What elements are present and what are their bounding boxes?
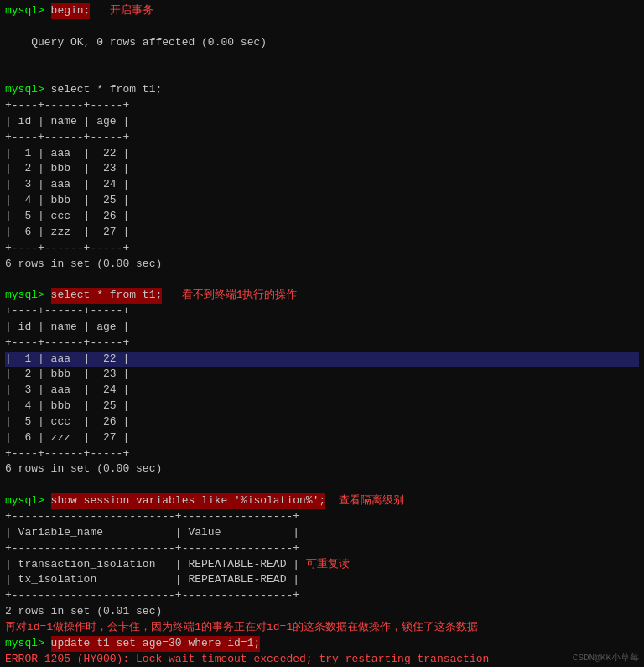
blank-3 — [5, 477, 639, 493]
tb2-row1-highlight: | 1 | aaa | 22 | — [5, 352, 639, 367]
tb2-row5: | 5 | ccc | 26 | — [5, 414, 639, 430]
tb2-rows-count: 6 rows in set (0.00 sec) — [5, 461, 639, 477]
tb1-row4: | 4 | bbb | 25 | — [5, 193, 639, 209]
tb1-rows-count: 6 rows in set (0.00 sec) — [5, 257, 639, 273]
tb1-border1: +----+------+-----+ — [5, 98, 639, 114]
cmd-show-session: show session variables like '%isolation%… — [51, 493, 326, 509]
prompt-3: mysql> — [5, 288, 51, 304]
line-update: mysql> update t1 set age=30 where id=1; — [5, 636, 639, 652]
tb1-row2: | 2 | bbb | 23 | — [5, 161, 639, 177]
prompt-5: mysql> — [5, 636, 51, 652]
watermark: CSDN@KK小草莓 — [573, 651, 639, 664]
tb2-border2: +----+------+-----+ — [5, 336, 639, 352]
tb1-header: | id | name | age | — [5, 114, 639, 130]
cmd-begin: begin; — [51, 3, 91, 19]
tb2-row6: | 6 | zzz | 27 | — [5, 430, 639, 446]
blank-1 — [5, 66, 639, 82]
blank-2 — [5, 272, 639, 288]
tb3-border2: +-------------------------+-------------… — [5, 541, 639, 557]
tb3-row2: | tx_isolation | REPEATABLE-READ | — [5, 572, 639, 588]
tb1-border2: +----+------+-----+ — [5, 130, 639, 146]
terminal-window: mysql> begin; 开启事务 Query OK, 0 rows affe… — [0, 0, 644, 667]
tb2-border3: +----+------+-----+ — [5, 446, 639, 462]
tb2-header: | id | name | age | — [5, 320, 639, 336]
prompt-1: mysql> — [5, 3, 51, 19]
tb3-row1: | transaction_isolation | REPEATABLE-REA… — [5, 557, 639, 573]
line-begin: mysql> begin; 开启事务 — [5, 3, 639, 19]
line-select-1: mysql> select * from t1; — [5, 82, 639, 98]
annotation-select2: 看不到终端1执行的操作 — [182, 288, 298, 304]
prompt-2: mysql> — [5, 82, 51, 98]
error-line: ERROR 1205 (HY000): Lock wait timeout ex… — [5, 652, 639, 667]
annotation-lock-warning: 再对id=1做操作时，会卡住，因为终端1的事务正在对id=1的这条数据在做操作，… — [5, 620, 639, 636]
tb2-row3: | 3 | aaa | 24 | — [5, 383, 639, 399]
tb1-row6: | 6 | zzz | 27 | — [5, 225, 639, 241]
tb3-border3: +-------------------------+-------------… — [5, 588, 639, 604]
tb2-row2: | 2 | bbb | 23 | — [5, 367, 639, 383]
annotation-begin: 开启事务 — [110, 3, 153, 19]
tb3-header: | Variable_name | Value | — [5, 525, 639, 541]
cmd-update: update t1 set age=30 where id=1; — [51, 636, 261, 652]
tb1-row3: | 3 | aaa | 24 | — [5, 177, 639, 193]
cmd-select2: select * from t1; — [51, 288, 163, 304]
cmd-select1: select * from t1; — [51, 82, 163, 98]
tb1-border3: +----+------+-----+ — [5, 241, 639, 257]
tb2-row4: | 4 | bbb | 25 | — [5, 399, 639, 414]
tb3-border1: +-------------------------+-------------… — [5, 509, 639, 525]
line-select-2: mysql> select * from t1; 看不到终端1执行的操作 — [5, 288, 639, 304]
tb2-border1: +----+------+-----+ — [5, 304, 639, 320]
annotation-isolation: 查看隔离级别 — [339, 493, 404, 509]
line-show-session: mysql> show session variables like '%iso… — [5, 493, 639, 509]
prompt-4: mysql> — [5, 493, 51, 509]
annotation-repeatable: 可重复读 — [306, 557, 350, 573]
line-query-ok: Query OK, 0 rows affected (0.00 sec) — [5, 19, 639, 67]
tb3-rows-count: 2 rows in set (0.01 sec) — [5, 604, 639, 620]
tb1-row1: | 1 | aaa | 22 | — [5, 146, 639, 162]
tb1-row5: | 5 | ccc | 26 | — [5, 209, 639, 225]
